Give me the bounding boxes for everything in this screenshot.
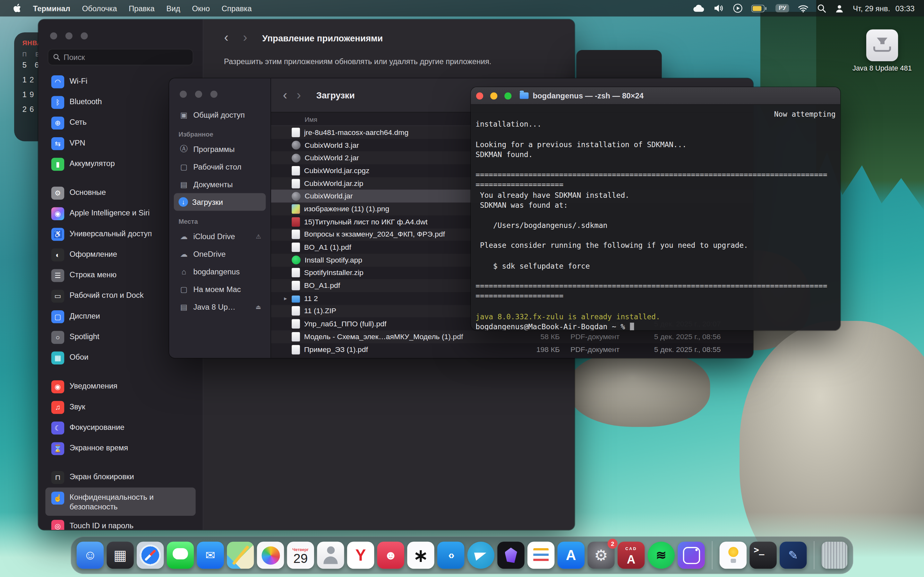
menu-item[interactable]: Оболочка	[76, 4, 123, 13]
minimize-button[interactable]	[65, 32, 73, 39]
file-icon	[292, 281, 300, 290]
terminal-output[interactable]: Now attempting installation... Looking f…	[471, 105, 841, 330]
apple-menu-icon[interactable]	[7, 3, 27, 13]
robot-app-icon[interactable]: ☻	[377, 542, 404, 569]
disclosure-icon[interactable]: ▸	[284, 295, 292, 301]
finder-item-shared[interactable]: ▣ Общий доступ	[169, 106, 270, 124]
finder-item-downloads[interactable]: ↓ Загрузки	[169, 193, 270, 211]
close-button[interactable]	[50, 32, 57, 39]
finder-item-documents[interactable]: ▤ Документы	[169, 175, 270, 193]
settings-item-notifications[interactable]: ◉ Уведомления	[45, 376, 195, 397]
settings-item-touch-id[interactable]: ◎ Touch ID и пароль	[45, 516, 195, 530]
settings-item-icon: ⇆	[51, 137, 64, 150]
yandex-icon[interactable]: Y	[347, 542, 374, 569]
spotify-icon[interactable]: ≋	[648, 542, 675, 569]
file-icon	[292, 319, 300, 329]
launchpad-icon[interactable]: ▦	[107, 542, 134, 569]
file-icon	[292, 204, 300, 213]
finder-item-onedrive[interactable]: ☁ OneDrive	[169, 245, 270, 263]
terminal-line: SDKMAN found.	[475, 149, 835, 160]
safari-icon[interactable]	[137, 542, 164, 569]
file-icon	[292, 179, 300, 188]
trash-icon[interactable]	[821, 542, 847, 569]
settings-item-lock-screen[interactable]: ⊓ Экран блокировки	[45, 467, 195, 488]
battery-icon[interactable]	[752, 5, 767, 12]
user-switch-icon[interactable]	[835, 4, 844, 13]
back-icon[interactable]: ‹	[221, 31, 232, 44]
contacts-icon[interactable]	[317, 542, 344, 569]
settings-item-privacy[interactable]: ☝ Конфиденциальность и безопасность	[45, 488, 195, 516]
terminal-title: bogdangenus — -zsh — 80×24	[533, 91, 644, 100]
dock-separator	[712, 541, 712, 569]
settings-search-input[interactable]: Поиск	[48, 49, 194, 65]
notes-list-app-icon[interactable]	[527, 542, 554, 569]
menu-item[interactable]: Окно	[186, 4, 216, 13]
app-store-icon[interactable]: A	[557, 542, 585, 569]
system-settings-icon[interactable]: 2 ⚙	[588, 542, 614, 569]
photos-icon[interactable]	[257, 542, 284, 569]
file-icon	[292, 141, 300, 150]
settings-item-screen-time[interactable]: ⌛ Экранное время	[45, 438, 195, 459]
desktop-icon-java-installer[interactable]: Java 8 Update 481	[846, 29, 918, 73]
minimize-button[interactable]	[195, 91, 202, 98]
finder-icon[interactable]: ☺	[77, 542, 103, 569]
sidebar-item-icon: ▢	[179, 285, 189, 293]
minimize-button[interactable]	[490, 92, 497, 99]
terminal-line	[475, 301, 835, 311]
close-button[interactable]	[476, 92, 483, 99]
file-row[interactable]: Пример_ЭЗ (1).pdf 198 КБ PDF-документ 5 …	[271, 343, 753, 356]
settings-item-icon: ⊓	[51, 471, 64, 484]
camera-app-icon[interactable]	[678, 542, 704, 569]
settings-item-focus[interactable]: ☾ Фокусирование	[45, 417, 195, 438]
settings-item-icon: ᛒ	[51, 96, 64, 109]
sidebar-item-icon: ▣	[179, 110, 189, 119]
calendar-icon[interactable]: Четверг 29	[287, 542, 314, 569]
messages-icon[interactable]	[167, 542, 194, 569]
terminal-app-icon[interactable]: >_	[750, 542, 776, 569]
mail-icon[interactable]: ✉	[197, 542, 224, 569]
obsidian-icon[interactable]	[497, 542, 524, 569]
menu-item[interactable]: Справка	[216, 4, 257, 13]
cloud-icon[interactable]	[693, 4, 705, 13]
input-source-indicator[interactable]: РУ	[776, 4, 789, 13]
vscode-icon[interactable]: ‹›	[437, 542, 464, 569]
settings-item-icon: ◉	[51, 380, 64, 393]
zoom-button[interactable]	[81, 32, 88, 39]
chatgpt-icon[interactable]: ∗	[407, 542, 434, 569]
file-icon	[292, 243, 300, 252]
finder-section-favorites: Избранное	[169, 124, 270, 140]
volume-icon[interactable]	[714, 4, 724, 13]
forward-icon[interactable]: ›	[296, 89, 300, 101]
forward-icon[interactable]: ›	[240, 31, 250, 44]
sidebar-item-status-icon: ⏏	[255, 303, 261, 310]
terminal-titlebar[interactable]: bogdangenus — -zsh — 80×24	[471, 87, 841, 105]
now-playing-icon[interactable]	[733, 3, 743, 13]
finder-item-on-my-mac[interactable]: ▢ На моем Mac	[169, 280, 270, 298]
ideas-app-icon[interactable]	[720, 542, 746, 569]
maps-icon[interactable]	[227, 542, 254, 569]
terminal-line: ========================================…	[475, 281, 835, 291]
finder-item-desktop[interactable]: ▢ Рабочий стол	[169, 158, 270, 175]
menu-item[interactable]: Терминал	[27, 4, 76, 13]
finder-item-java-volume[interactable]: ▤ Java 8 Up… ⏏	[169, 298, 270, 316]
file-icon	[292, 268, 300, 277]
zoom-button[interactable]	[504, 92, 511, 99]
autocad-icon[interactable]: CAD A	[618, 542, 645, 569]
spotlight-search-icon[interactable]	[817, 4, 827, 13]
settings-item-sound[interactable]: ♫ Звук	[45, 397, 195, 417]
zoom-button[interactable]	[210, 91, 218, 98]
menu-item[interactable]: Вид	[160, 4, 186, 13]
file-row[interactable]: Модель - Схема_элек…аяМКУ_Модель (1).pdf…	[271, 330, 753, 343]
menu-bar-clock[interactable]: Чт, 29 янв. 03:33	[853, 4, 914, 13]
back-icon[interactable]: ‹	[283, 89, 287, 101]
terminal-line: ========================================…	[475, 169, 835, 180]
close-button[interactable]	[180, 91, 187, 98]
wifi-icon[interactable]	[798, 5, 809, 12]
writing-app-icon[interactable]: ✎	[780, 542, 806, 569]
telegram-icon[interactable]	[467, 542, 494, 569]
menu-item[interactable]: Правка	[123, 4, 160, 13]
finder-item-applications[interactable]: Ⓐ Программы	[169, 140, 270, 158]
finder-item-icloud[interactable]: ☁ iCloud Drive ⚠	[169, 227, 270, 245]
finder-item-home[interactable]: ⌂ bogdangenus	[169, 263, 270, 280]
sidebar-item-icon: Ⓐ	[179, 143, 189, 154]
